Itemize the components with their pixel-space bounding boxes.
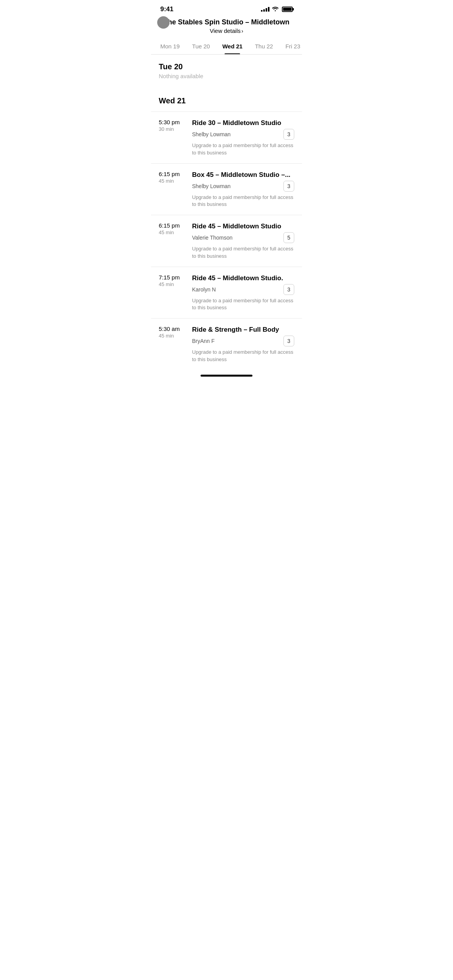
class-upgrade-msg: Upgrade to a paid membership for full ac… xyxy=(192,349,294,363)
tab-wed21[interactable]: Wed 21 xyxy=(216,39,249,54)
class-name: Ride & Strength – Full Body xyxy=(192,326,294,334)
view-details-link[interactable]: View details › xyxy=(210,27,243,34)
wifi-icon xyxy=(272,6,279,13)
class-name: Box 45 – Middletown Studio –... xyxy=(192,171,294,179)
class-instructor-row: BryAnn F 3 xyxy=(192,336,294,346)
status-bar: 9:41 xyxy=(151,0,302,16)
class-time: 5:30 pm xyxy=(159,119,186,125)
section-tue20: Tue 20 Nothing available xyxy=(151,55,302,79)
class-time-block: 6:15 pm 45 min xyxy=(159,222,186,235)
class-instructor-row: Karolyn N 3 xyxy=(192,284,294,295)
tab-fri23[interactable]: Fri 23 xyxy=(279,39,302,54)
list-item[interactable]: 5:30 pm 30 min Ride 30 – Middletown Stud… xyxy=(151,111,302,163)
signal-icon xyxy=(261,7,269,12)
class-instructor-row: Shelby Lowman 3 xyxy=(192,129,294,140)
class-details: Ride 45 – Middletown Studio Valerie Thom… xyxy=(192,222,294,259)
list-item[interactable]: 7:15 pm 45 min Ride 45 – Middletown Stud… xyxy=(151,267,302,318)
class-time-block: 7:15 pm 45 min xyxy=(159,274,186,287)
content: Tue 20 Nothing available Wed 21 5:30 pm … xyxy=(151,55,302,370)
class-details: Ride 45 – Middletown Studio. Karolyn N 3… xyxy=(192,274,294,311)
class-details: Ride 30 – Middletown Studio Shelby Lowma… xyxy=(192,119,294,156)
list-item[interactable]: 5:30 am 45 min Ride & Strength – Full Bo… xyxy=(151,318,302,370)
class-spots-badge: 3 xyxy=(283,181,294,192)
class-instructor-row: Shelby Lowman 3 xyxy=(192,181,294,192)
class-time: 7:15 pm xyxy=(159,274,186,281)
class-details: Box 45 – Middletown Studio –... Shelby L… xyxy=(192,171,294,208)
class-name: Ride 45 – Middletown Studio. xyxy=(192,274,294,283)
class-time-block: 6:15 pm 45 min xyxy=(159,171,186,184)
home-indicator xyxy=(151,370,302,380)
list-item[interactable]: 6:15 pm 45 min Ride 45 – Middletown Stud… xyxy=(151,215,302,266)
class-duration: 45 min xyxy=(159,230,186,235)
class-spots-badge: 5 xyxy=(283,232,294,243)
day-heading-wed21: Wed 21 xyxy=(159,96,294,105)
tab-tue20[interactable]: Tue 20 xyxy=(186,39,216,54)
class-instructor: Valerie Thomson xyxy=(192,235,233,241)
class-time: 6:15 pm xyxy=(159,171,186,177)
class-instructor: Shelby Lowman xyxy=(192,131,231,137)
class-list: 5:30 pm 30 min Ride 30 – Middletown Stud… xyxy=(151,111,302,370)
class-instructor: Karolyn N xyxy=(192,286,216,293)
class-instructor-row: Valerie Thomson 5 xyxy=(192,232,294,243)
class-spots-badge: 3 xyxy=(283,336,294,346)
class-upgrade-msg: Upgrade to a paid membership for full ac… xyxy=(192,194,294,208)
class-duration: 45 min xyxy=(159,333,186,339)
status-icons xyxy=(261,6,293,13)
class-time: 5:30 am xyxy=(159,326,186,332)
class-upgrade-msg: Upgrade to a paid membership for full ac… xyxy=(192,245,294,259)
class-spots-badge: 3 xyxy=(283,284,294,295)
day-heading-tue20: Tue 20 xyxy=(159,62,294,71)
class-spots-badge: 3 xyxy=(283,129,294,140)
day-tabs: Mon 19 Tue 20 Wed 21 Thu 22 Fri 23 S xyxy=(151,39,302,55)
header: The Stables Spin Studio – Middletown Vie… xyxy=(151,16,302,39)
class-time-block: 5:30 am 45 min xyxy=(159,326,186,339)
tab-thu22[interactable]: Thu 22 xyxy=(249,39,279,54)
class-duration: 45 min xyxy=(159,178,186,184)
class-name: Ride 45 – Middletown Studio xyxy=(192,222,294,231)
class-instructor: BryAnn F xyxy=(192,338,214,344)
section-wed21: Wed 21 xyxy=(151,89,302,105)
class-instructor: Shelby Lowman xyxy=(192,183,231,189)
view-details-label: View details xyxy=(210,27,241,34)
class-name: Ride 30 – Middletown Studio xyxy=(192,119,294,127)
class-duration: 30 min xyxy=(159,126,186,132)
class-time: 6:15 pm xyxy=(159,222,186,229)
avatar xyxy=(157,16,170,29)
chevron-right-icon: › xyxy=(242,28,244,34)
tab-mon19[interactable]: Mon 19 xyxy=(154,39,186,54)
status-time: 9:41 xyxy=(160,5,173,13)
battery-icon xyxy=(282,7,293,12)
home-indicator-bar xyxy=(201,375,252,377)
class-time-block: 5:30 pm 30 min xyxy=(159,119,186,132)
class-upgrade-msg: Upgrade to a paid membership for full ac… xyxy=(192,142,294,156)
class-details: Ride & Strength – Full Body BryAnn F 3 U… xyxy=(192,326,294,363)
class-upgrade-msg: Upgrade to a paid membership for full ac… xyxy=(192,297,294,311)
class-duration: 45 min xyxy=(159,281,186,287)
nothing-available-tue20: Nothing available xyxy=(159,73,294,79)
studio-name: The Stables Spin Studio – Middletown xyxy=(157,18,296,27)
list-item[interactable]: 6:15 pm 45 min Box 45 – Middletown Studi… xyxy=(151,163,302,215)
